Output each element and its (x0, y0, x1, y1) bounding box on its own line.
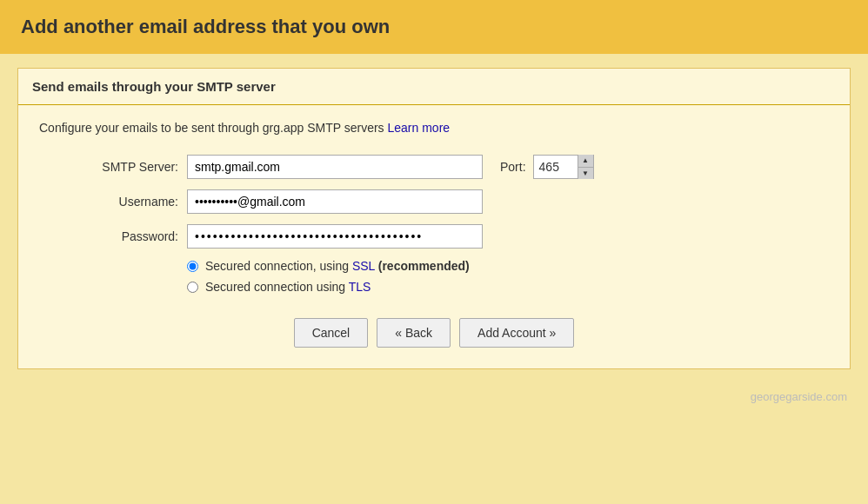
ssl-radio[interactable] (187, 261, 198, 272)
ssl-link[interactable]: SSL (352, 259, 375, 273)
password-label: Password: (39, 229, 178, 243)
port-number: 465 (534, 158, 578, 176)
watermark-text: georgegarside (751, 390, 823, 403)
watermark-suffix: .com (823, 390, 847, 403)
smtp-server-row: SMTP Server: Port: 465 ▲ ▼ (39, 155, 829, 179)
username-label: Username: (39, 195, 178, 209)
section-body: Configure your emails to be sent through… (18, 105, 850, 368)
learn-more-link[interactable]: Learn more (388, 121, 451, 135)
smtp-server-input[interactable] (187, 155, 483, 179)
port-down-arrow[interactable]: ▼ (578, 168, 593, 180)
tls-radio[interactable] (187, 282, 198, 293)
description: Configure your emails to be sent through… (39, 119, 829, 137)
username-row: Username: (39, 189, 829, 214)
password-input[interactable] (187, 224, 483, 249)
add-account-button[interactable]: Add Account » (459, 318, 574, 348)
port-label: Port: (500, 160, 526, 174)
page-title: Add another email address that you own (21, 16, 847, 38)
section-title: Send emails through your SMTP server (18, 69, 850, 105)
back-button[interactable]: « Back (377, 318, 451, 348)
port-wrapper: 465 ▲ ▼ (533, 155, 594, 179)
cancel-button[interactable]: Cancel (294, 318, 369, 348)
ssl-label[interactable]: Secured connection, using SSL (recommend… (205, 259, 470, 273)
ssl-radio-row: Secured connection, using SSL (recommend… (187, 259, 829, 273)
buttons-row: Cancel « Back Add Account » (39, 318, 829, 348)
port-up-arrow[interactable]: ▲ (578, 155, 593, 168)
description-text: Configure your emails to be sent through… (39, 121, 384, 135)
username-input[interactable] (187, 189, 483, 214)
password-row: Password: (39, 224, 829, 249)
header: Add another email address that you own (0, 0, 868, 54)
ssl-recommended: (recommended) (378, 259, 470, 273)
tls-label[interactable]: Secured connection using TLS (205, 280, 371, 294)
smtp-server-label: SMTP Server: (39, 160, 178, 174)
port-spinner: ▲ ▼ (578, 155, 593, 179)
watermark: georgegarside.com (0, 383, 868, 410)
main-content: Send emails through your SMTP server Con… (17, 68, 851, 369)
tls-radio-row: Secured connection using TLS (187, 280, 829, 294)
tls-link[interactable]: TLS (349, 280, 371, 294)
